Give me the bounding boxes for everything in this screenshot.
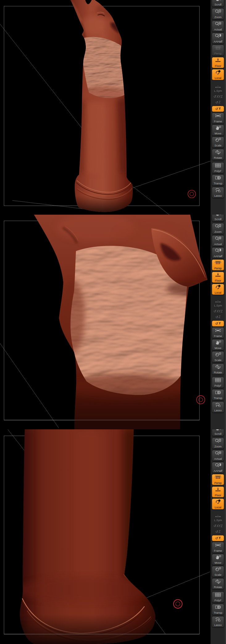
shelf-button-label: AAHalf bbox=[212, 469, 224, 473]
shelf-button-y[interactable]: ↺Y bbox=[212, 106, 224, 112]
shelf-button-label: Scale bbox=[212, 359, 224, 362]
lasso-select-icon bbox=[212, 188, 224, 193]
document-canvas-base-closeup[interactable] bbox=[0, 429, 226, 644]
shelf-button-frame[interactable]: Frame bbox=[212, 113, 224, 124]
shelf-button-aahalf[interactable]: AAHalf bbox=[212, 33, 224, 44]
shelf-button-label: Y bbox=[219, 537, 221, 540]
rotate-axis-icon: ↺ bbox=[213, 95, 216, 98]
shelf-button-label: Scale bbox=[212, 573, 224, 576]
shelf-button-move[interactable]: Move bbox=[212, 554, 224, 565]
shelf-button-actual[interactable]: Actual bbox=[212, 235, 224, 246]
shelf-button-z[interactable]: ↺Z bbox=[212, 529, 224, 534]
shelf-button-transp[interactable]: Transp bbox=[212, 175, 224, 186]
shelf-button-actual[interactable]: Actual bbox=[212, 21, 224, 32]
perspective-grid-icon bbox=[212, 260, 224, 265]
shelf-button-lasso[interactable]: Lasso bbox=[212, 402, 224, 413]
shelf-button-polyf[interactable]: PolyF bbox=[212, 592, 224, 603]
shelf-button-label: L.Sym bbox=[212, 304, 224, 307]
shelf-button-z[interactable]: ↺Z bbox=[212, 100, 224, 105]
transparency-icon bbox=[212, 605, 224, 610]
shelf-button-xyz[interactable]: ↺XYZ bbox=[212, 309, 224, 314]
shelf-button-floor[interactable]: Floor bbox=[212, 486, 224, 497]
polyframe-grid-icon bbox=[212, 592, 224, 597]
shelf-button-label: Actual bbox=[212, 243, 224, 246]
perspective-grid-icon bbox=[212, 45, 224, 51]
shelf-button-zoom[interactable]: Zoom bbox=[212, 223, 224, 234]
shelf-button-zoom[interactable]: Zoom bbox=[212, 8, 224, 19]
shelf-button-label: Floor bbox=[212, 494, 224, 497]
shelf-button-lsym[interactable]: L.Sym bbox=[212, 299, 224, 308]
move-hand-icon bbox=[212, 340, 224, 345]
shelf-button-label: AAHalf bbox=[212, 255, 224, 258]
scale-sphere-icon bbox=[212, 352, 224, 357]
shelf-button-move[interactable]: Move bbox=[212, 125, 224, 136]
polyframe-grid-icon bbox=[212, 163, 224, 168]
document-canvas-overview[interactable] bbox=[0, 0, 226, 215]
shelf-button-aahalf[interactable]: AAHalf bbox=[212, 247, 224, 258]
shelf-button-label: AAHalf bbox=[212, 40, 224, 43]
shelf-button-scale[interactable]: Scale bbox=[212, 137, 224, 148]
rotate-axis-icon: ↺ bbox=[215, 107, 218, 111]
shelf-button-persp[interactable]: Persp bbox=[212, 474, 224, 485]
shelf-button-local[interactable]: Local bbox=[212, 284, 224, 295]
shelf-button-label: Actual bbox=[212, 28, 224, 31]
shelf-button-label: Transp bbox=[212, 611, 224, 614]
shelf-button-label: Rotate bbox=[212, 586, 224, 589]
zbrush-viewport-stack: ScrollZoomActualAAHalfPerspFloorLocalL.S… bbox=[0, 0, 226, 644]
shelf-button-z[interactable]: ↺Z bbox=[212, 315, 224, 320]
shelf-button-local[interactable]: Local bbox=[212, 498, 224, 510]
shelf-button-label: Floor bbox=[212, 279, 224, 282]
floor-grid-icon bbox=[212, 58, 224, 63]
shelf-button-xyz[interactable]: ↺XYZ bbox=[212, 523, 224, 529]
shelf-button-rotate[interactable]: Rotate bbox=[212, 578, 224, 589]
shelf-button-label: Z bbox=[219, 101, 220, 104]
actual-size-magnifier-icon bbox=[212, 236, 224, 241]
shelf-button-label: Zoom bbox=[212, 230, 224, 233]
shelf-button-transp[interactable]: Transp bbox=[212, 604, 224, 615]
shelf-button-floor[interactable]: Floor bbox=[212, 272, 224, 283]
shelf-button-polyf[interactable]: PolyF bbox=[212, 162, 224, 173]
shelf-button-aahalf[interactable]: AAHalf bbox=[212, 462, 224, 473]
shelf-button-polyf[interactable]: PolyF bbox=[212, 377, 224, 388]
shelf-button-label: Local bbox=[212, 506, 224, 509]
shelf-button-rotate[interactable]: Rotate bbox=[212, 149, 224, 160]
shelf-button-label: L.Sym bbox=[212, 519, 224, 522]
shelf-button-scroll[interactable]: Scroll bbox=[212, 0, 224, 7]
zoom-magnifier-icon bbox=[212, 9, 224, 14]
shelf-button-label: Persp bbox=[212, 52, 224, 55]
shelf-button-frame[interactable]: Frame bbox=[212, 327, 224, 338]
shelf-button-lasso[interactable]: Lasso bbox=[212, 187, 224, 198]
pan-hand-icon bbox=[212, 0, 224, 2]
document-canvas-head-closeup[interactable] bbox=[0, 215, 226, 429]
rotate-axis-icon: ↺ bbox=[215, 537, 218, 540]
local-symmetry-icon bbox=[212, 514, 224, 518]
shelf-button-actual[interactable]: Actual bbox=[212, 450, 224, 461]
shelf-button-label: Scale bbox=[212, 144, 224, 147]
shelf-button-zoom[interactable]: Zoom bbox=[212, 438, 224, 449]
shelf-button-transp[interactable]: Transp bbox=[212, 389, 224, 400]
shelf-button-y[interactable]: ↺Y bbox=[212, 535, 224, 541]
shelf-button-label: XYZ bbox=[216, 310, 222, 313]
lasso-select-icon bbox=[212, 617, 224, 622]
shelf-button-persp[interactable]: Persp bbox=[212, 259, 224, 270]
rotate-axis-icon: ↺ bbox=[216, 530, 218, 534]
shelf-button-move[interactable]: Move bbox=[212, 339, 224, 350]
shelf-button-scroll[interactable]: Scroll bbox=[212, 429, 224, 436]
zoom-magnifier-icon bbox=[212, 224, 224, 229]
shelf-button-floor[interactable]: Floor bbox=[212, 57, 224, 68]
shelf-button-frame[interactable]: Frame bbox=[212, 542, 224, 553]
shelf-button-lsym[interactable]: L.Sym bbox=[212, 514, 224, 522]
shelf-button-xyz[interactable]: ↺XYZ bbox=[212, 94, 224, 99]
shelf-button-lasso[interactable]: Lasso bbox=[212, 616, 224, 627]
rotate-arrows-icon bbox=[212, 364, 224, 369]
shelf-button-local[interactable]: Local bbox=[212, 69, 224, 80]
shelf-button-y[interactable]: ↺Y bbox=[212, 320, 224, 327]
shelf-button-rotate[interactable]: Rotate bbox=[212, 364, 224, 375]
shelf-button-label: Zoom bbox=[212, 445, 224, 448]
shelf-button-lsym[interactable]: L.Sym bbox=[212, 85, 224, 93]
shelf-button-scale[interactable]: Scale bbox=[212, 566, 224, 577]
shelf-button-scroll[interactable]: Scroll bbox=[212, 215, 224, 221]
shelf-button-scale[interactable]: Scale bbox=[212, 351, 224, 362]
shelf-button-persp[interactable]: Persp bbox=[212, 45, 224, 56]
shelf-button-label: Transp bbox=[212, 182, 224, 185]
